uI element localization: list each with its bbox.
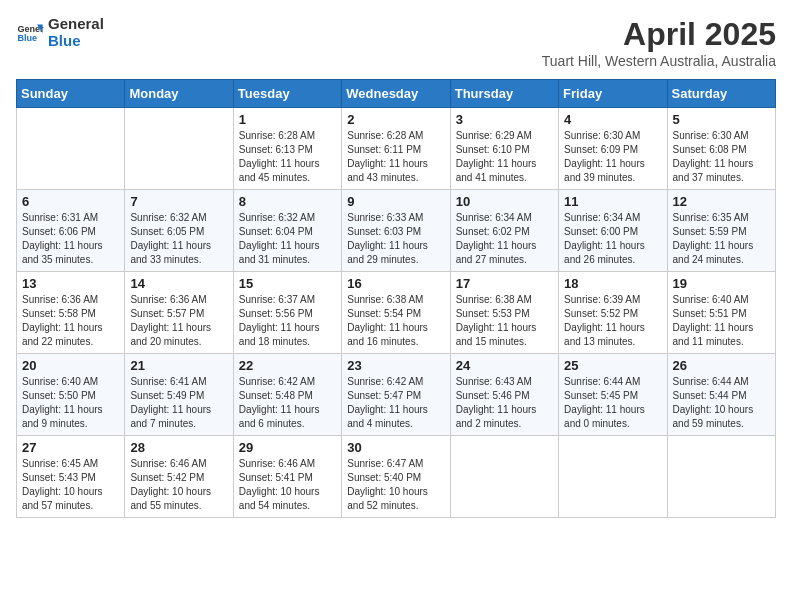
calendar-cell: [125, 108, 233, 190]
day-info: Sunrise: 6:29 AM Sunset: 6:10 PM Dayligh…: [456, 129, 553, 185]
day-info: Sunrise: 6:30 AM Sunset: 6:08 PM Dayligh…: [673, 129, 770, 185]
weekday-header: Monday: [125, 80, 233, 108]
logo-icon: General Blue: [16, 19, 44, 47]
day-number: 13: [22, 276, 119, 291]
calendar-cell: 21Sunrise: 6:41 AM Sunset: 5:49 PM Dayli…: [125, 354, 233, 436]
calendar-cell: [667, 436, 775, 518]
calendar-week-row: 27Sunrise: 6:45 AM Sunset: 5:43 PM Dayli…: [17, 436, 776, 518]
calendar-cell: 26Sunrise: 6:44 AM Sunset: 5:44 PM Dayli…: [667, 354, 775, 436]
day-info: Sunrise: 6:37 AM Sunset: 5:56 PM Dayligh…: [239, 293, 336, 349]
day-number: 15: [239, 276, 336, 291]
calendar-cell: 11Sunrise: 6:34 AM Sunset: 6:00 PM Dayli…: [559, 190, 667, 272]
calendar-week-row: 20Sunrise: 6:40 AM Sunset: 5:50 PM Dayli…: [17, 354, 776, 436]
day-info: Sunrise: 6:38 AM Sunset: 5:54 PM Dayligh…: [347, 293, 444, 349]
day-info: Sunrise: 6:42 AM Sunset: 5:48 PM Dayligh…: [239, 375, 336, 431]
day-info: Sunrise: 6:41 AM Sunset: 5:49 PM Dayligh…: [130, 375, 227, 431]
day-info: Sunrise: 6:46 AM Sunset: 5:41 PM Dayligh…: [239, 457, 336, 513]
logo-blue-text: Blue: [48, 33, 104, 50]
calendar-cell: 25Sunrise: 6:44 AM Sunset: 5:45 PM Dayli…: [559, 354, 667, 436]
calendar-cell: 14Sunrise: 6:36 AM Sunset: 5:57 PM Dayli…: [125, 272, 233, 354]
calendar-cell: 13Sunrise: 6:36 AM Sunset: 5:58 PM Dayli…: [17, 272, 125, 354]
day-info: Sunrise: 6:28 AM Sunset: 6:11 PM Dayligh…: [347, 129, 444, 185]
day-info: Sunrise: 6:44 AM Sunset: 5:44 PM Dayligh…: [673, 375, 770, 431]
calendar-cell: 22Sunrise: 6:42 AM Sunset: 5:48 PM Dayli…: [233, 354, 341, 436]
calendar-cell: [559, 436, 667, 518]
day-number: 18: [564, 276, 661, 291]
day-info: Sunrise: 6:32 AM Sunset: 6:04 PM Dayligh…: [239, 211, 336, 267]
day-info: Sunrise: 6:38 AM Sunset: 5:53 PM Dayligh…: [456, 293, 553, 349]
calendar-cell: 19Sunrise: 6:40 AM Sunset: 5:51 PM Dayli…: [667, 272, 775, 354]
day-number: 2: [347, 112, 444, 127]
day-info: Sunrise: 6:47 AM Sunset: 5:40 PM Dayligh…: [347, 457, 444, 513]
calendar-cell: 24Sunrise: 6:43 AM Sunset: 5:46 PM Dayli…: [450, 354, 558, 436]
day-number: 14: [130, 276, 227, 291]
day-info: Sunrise: 6:34 AM Sunset: 6:00 PM Dayligh…: [564, 211, 661, 267]
weekday-header: Thursday: [450, 80, 558, 108]
day-info: Sunrise: 6:45 AM Sunset: 5:43 PM Dayligh…: [22, 457, 119, 513]
day-number: 8: [239, 194, 336, 209]
calendar-cell: 28Sunrise: 6:46 AM Sunset: 5:42 PM Dayli…: [125, 436, 233, 518]
page-header: General Blue General Blue April 2025 Tua…: [16, 16, 776, 69]
day-number: 23: [347, 358, 444, 373]
location-subtitle: Tuart Hill, Western Australia, Australia: [542, 53, 776, 69]
day-number: 9: [347, 194, 444, 209]
day-info: Sunrise: 6:44 AM Sunset: 5:45 PM Dayligh…: [564, 375, 661, 431]
calendar-cell: 9Sunrise: 6:33 AM Sunset: 6:03 PM Daylig…: [342, 190, 450, 272]
month-title: April 2025: [542, 16, 776, 53]
calendar-cell: 12Sunrise: 6:35 AM Sunset: 5:59 PM Dayli…: [667, 190, 775, 272]
calendar-cell: 15Sunrise: 6:37 AM Sunset: 5:56 PM Dayli…: [233, 272, 341, 354]
logo: General Blue General Blue: [16, 16, 104, 49]
day-number: 21: [130, 358, 227, 373]
calendar-cell: 4Sunrise: 6:30 AM Sunset: 6:09 PM Daylig…: [559, 108, 667, 190]
weekday-header: Friday: [559, 80, 667, 108]
calendar-cell: 30Sunrise: 6:47 AM Sunset: 5:40 PM Dayli…: [342, 436, 450, 518]
weekday-header: Sunday: [17, 80, 125, 108]
calendar-cell: 8Sunrise: 6:32 AM Sunset: 6:04 PM Daylig…: [233, 190, 341, 272]
day-info: Sunrise: 6:28 AM Sunset: 6:13 PM Dayligh…: [239, 129, 336, 185]
day-info: Sunrise: 6:30 AM Sunset: 6:09 PM Dayligh…: [564, 129, 661, 185]
day-info: Sunrise: 6:40 AM Sunset: 5:50 PM Dayligh…: [22, 375, 119, 431]
calendar-cell: 5Sunrise: 6:30 AM Sunset: 6:08 PM Daylig…: [667, 108, 775, 190]
day-number: 10: [456, 194, 553, 209]
day-number: 5: [673, 112, 770, 127]
logo-general-text: General: [48, 16, 104, 33]
day-info: Sunrise: 6:31 AM Sunset: 6:06 PM Dayligh…: [22, 211, 119, 267]
day-number: 3: [456, 112, 553, 127]
day-info: Sunrise: 6:35 AM Sunset: 5:59 PM Dayligh…: [673, 211, 770, 267]
day-number: 11: [564, 194, 661, 209]
day-info: Sunrise: 6:36 AM Sunset: 5:58 PM Dayligh…: [22, 293, 119, 349]
day-number: 19: [673, 276, 770, 291]
day-number: 12: [673, 194, 770, 209]
calendar-cell: 7Sunrise: 6:32 AM Sunset: 6:05 PM Daylig…: [125, 190, 233, 272]
calendar-cell: [17, 108, 125, 190]
calendar-cell: [450, 436, 558, 518]
svg-text:Blue: Blue: [17, 33, 37, 43]
weekday-header-row: SundayMondayTuesdayWednesdayThursdayFrid…: [17, 80, 776, 108]
day-number: 7: [130, 194, 227, 209]
calendar-cell: 18Sunrise: 6:39 AM Sunset: 5:52 PM Dayli…: [559, 272, 667, 354]
day-info: Sunrise: 6:42 AM Sunset: 5:47 PM Dayligh…: [347, 375, 444, 431]
calendar-cell: 1Sunrise: 6:28 AM Sunset: 6:13 PM Daylig…: [233, 108, 341, 190]
day-number: 1: [239, 112, 336, 127]
day-info: Sunrise: 6:36 AM Sunset: 5:57 PM Dayligh…: [130, 293, 227, 349]
day-number: 24: [456, 358, 553, 373]
day-number: 16: [347, 276, 444, 291]
day-number: 17: [456, 276, 553, 291]
day-number: 28: [130, 440, 227, 455]
day-info: Sunrise: 6:33 AM Sunset: 6:03 PM Dayligh…: [347, 211, 444, 267]
calendar-cell: 3Sunrise: 6:29 AM Sunset: 6:10 PM Daylig…: [450, 108, 558, 190]
day-info: Sunrise: 6:34 AM Sunset: 6:02 PM Dayligh…: [456, 211, 553, 267]
day-info: Sunrise: 6:32 AM Sunset: 6:05 PM Dayligh…: [130, 211, 227, 267]
calendar-cell: 29Sunrise: 6:46 AM Sunset: 5:41 PM Dayli…: [233, 436, 341, 518]
day-info: Sunrise: 6:39 AM Sunset: 5:52 PM Dayligh…: [564, 293, 661, 349]
day-number: 29: [239, 440, 336, 455]
weekday-header: Tuesday: [233, 80, 341, 108]
calendar-cell: 16Sunrise: 6:38 AM Sunset: 5:54 PM Dayli…: [342, 272, 450, 354]
calendar-week-row: 6Sunrise: 6:31 AM Sunset: 6:06 PM Daylig…: [17, 190, 776, 272]
day-number: 30: [347, 440, 444, 455]
day-number: 22: [239, 358, 336, 373]
day-info: Sunrise: 6:40 AM Sunset: 5:51 PM Dayligh…: [673, 293, 770, 349]
calendar-cell: 6Sunrise: 6:31 AM Sunset: 6:06 PM Daylig…: [17, 190, 125, 272]
weekday-header: Wednesday: [342, 80, 450, 108]
calendar-week-row: 13Sunrise: 6:36 AM Sunset: 5:58 PM Dayli…: [17, 272, 776, 354]
